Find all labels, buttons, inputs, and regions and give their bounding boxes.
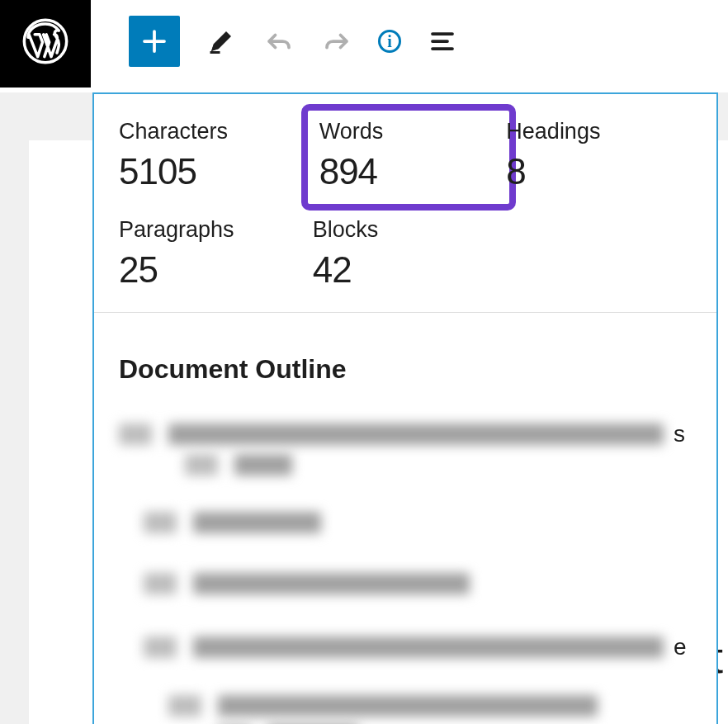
info-icon-glyph: i [387,32,392,51]
editor-toolbar: i [91,16,459,67]
stat-label: Characters [119,119,305,144]
outline-item[interactable]: e [119,634,692,660]
outline-heading: Document Outline [119,354,692,385]
stat-value: 8 [506,151,692,192]
add-block-button[interactable] [129,16,180,67]
list-view-button[interactable] [426,25,459,58]
stat-words: Words 894 [301,104,517,211]
stat-blocks: Blocks 42 [313,217,499,291]
outline-list: s e [119,421,692,724]
outline-item[interactable] [119,512,692,533]
stat-label: Words [319,119,499,144]
stat-value: 894 [319,151,499,192]
document-stats: Characters 5105 Words 894 Headings 8 Par… [94,94,716,313]
stat-label: Headings [506,119,692,144]
document-outline: Document Outline s [94,313,716,724]
stat-characters: Characters 5105 [119,119,305,192]
details-button[interactable]: i [378,30,401,53]
outline-text-fragment: e [670,634,687,660]
stat-paragraphs: Paragraphs 25 [119,217,305,291]
outline-item[interactable] [119,695,692,717]
outline-item[interactable] [119,573,692,594]
svg-rect-1 [210,51,220,54]
stat-value: 42 [313,249,499,291]
redo-button [320,25,353,58]
wordpress-logo[interactable] [0,0,91,88]
edit-tool-button[interactable] [205,25,238,58]
document-details-panel: Characters 5105 Words 894 Headings 8 Par… [92,92,718,724]
stat-label: Paragraphs [119,217,305,243]
outline-text-fragment: s [670,421,685,447]
stat-value: 25 [119,249,305,291]
stat-headings: Headings 8 [506,119,692,192]
outline-item[interactable]: s [119,421,692,476]
stat-value: 5105 [119,151,305,192]
stat-label: Blocks [313,217,499,243]
undo-button [262,25,295,58]
